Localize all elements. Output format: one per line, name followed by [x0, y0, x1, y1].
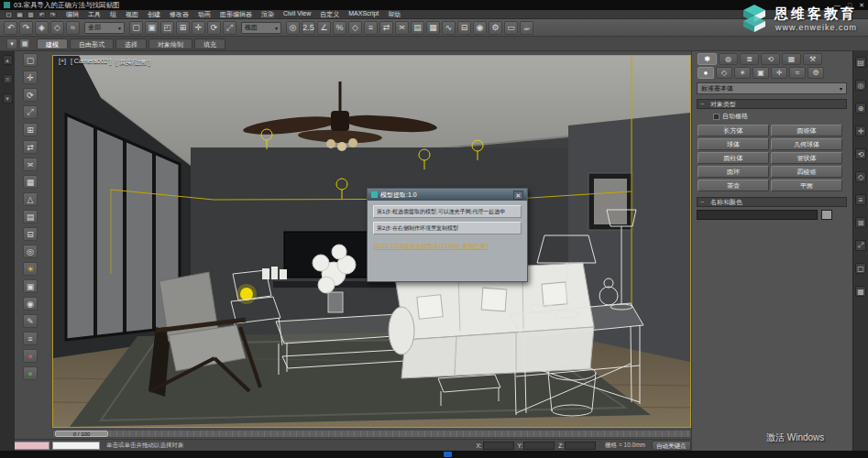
orbit-view-icon[interactable]: ⟲	[855, 148, 866, 159]
redo-icon[interactable]: ↷	[19, 21, 33, 35]
workspace-icon[interactable]: ▴	[3, 55, 13, 65]
menu-item-8[interactable]: 渲染	[257, 10, 279, 19]
menu-item-12[interactable]: 帮助	[383, 10, 405, 19]
primitive-button-2[interactable]: 球体	[698, 138, 769, 150]
menu-item-0[interactable]: 编辑	[61, 10, 83, 19]
walk-through-icon[interactable]: ≡	[855, 194, 866, 205]
select-object-icon[interactable]: ▢	[129, 21, 143, 35]
tab-utilities-icon[interactable]: ⚒	[803, 53, 822, 65]
named-selection-sets-icon[interactable]: ≡	[364, 21, 378, 35]
maximize-viewport-icon[interactable]: ⤢	[855, 240, 866, 251]
dialog-model-library-link[interactable]: (2015-2018版最全模型库(2100款,免费已发)	[373, 243, 522, 251]
schematic-view-icon[interactable]: ⊟	[457, 21, 471, 35]
tab-modify-icon[interactable]: ◍	[719, 53, 738, 65]
ribbon-pin-icon[interactable]: ▾	[6, 38, 17, 49]
align-tool-icon[interactable]: ≍	[23, 158, 38, 171]
coord-z-input[interactable]	[565, 442, 596, 450]
time-slider-handle[interactable]: 0 / 100	[55, 431, 108, 437]
bind-to-spacewarp-icon[interactable]: ≈	[66, 21, 80, 35]
viewport-shading-menu[interactable]: [ 真实/边面 ]	[115, 58, 150, 67]
snap-toggle-icon[interactable]: 2.5	[302, 21, 315, 35]
pan-view-icon[interactable]: ✛	[855, 125, 866, 136]
camera-tool-icon[interactable]: ▣	[23, 279, 38, 293]
selection-filter-select[interactable]: 全部 ▾	[84, 22, 125, 34]
reference-coordinate-select[interactable]: 视图 ▾	[241, 22, 281, 34]
menu-item-6[interactable]: 动画	[193, 10, 215, 19]
subtab-lights-icon[interactable]: ☀	[734, 67, 751, 79]
geometry-category-select[interactable]: 标准基本体 ▾	[697, 82, 847, 94]
rendered-frame-window-icon[interactable]: ▭	[504, 21, 518, 35]
primitive-button-8[interactable]: 茶壶	[698, 180, 769, 191]
subtab-spacewarps-icon[interactable]: ≈	[789, 67, 806, 79]
select-and-scale-icon[interactable]: ⤢	[223, 21, 236, 35]
subtab-systems-icon[interactable]: ⚙	[808, 67, 824, 79]
ribbon-toggle-icon[interactable]: ▦	[426, 21, 440, 35]
subtab-cameras-icon[interactable]: ▣	[753, 67, 769, 79]
layer-tool-icon[interactable]: ▤	[23, 210, 38, 224]
menu-item-5[interactable]: 修改器	[165, 10, 193, 19]
unlink-selection-icon[interactable]: ◇	[50, 21, 64, 35]
primitive-button-9[interactable]: 平面	[771, 180, 842, 191]
measure-tool-icon[interactable]: △	[23, 192, 38, 206]
subtab-geometry-icon[interactable]: ●	[698, 67, 714, 79]
grid-toggle-icon[interactable]: ▦	[855, 286, 866, 297]
viewport-general-menu[interactable]: [+]	[59, 58, 66, 67]
redo-icon[interactable]: ↷	[49, 11, 57, 18]
field-of-view-icon[interactable]: ◇	[855, 171, 866, 182]
timeline-track[interactable]: 0 / 100	[52, 430, 691, 438]
select-by-name-icon[interactable]: ▣	[145, 21, 159, 35]
ribbon-tab-4[interactable]: 填充	[194, 38, 225, 49]
windows-taskbar[interactable]	[0, 451, 868, 458]
safe-frame-icon[interactable]: ▢	[855, 263, 866, 274]
menu-item-7[interactable]: 图形编辑器	[215, 10, 257, 19]
script-tool-icon[interactable]: ≡	[23, 332, 38, 345]
menu-item-10[interactable]: 自定义	[315, 10, 344, 19]
rotate-tool-icon[interactable]: ⟳	[23, 88, 38, 102]
viewport-layout-icon[interactable]: ▤	[855, 57, 866, 68]
material-tool-icon[interactable]: ◉	[23, 297, 38, 311]
handle-icon[interactable]: ▾	[3, 93, 13, 104]
align-icon[interactable]: ≍	[395, 21, 409, 35]
snap-tool-icon[interactable]: ⊞	[23, 123, 38, 136]
ribbon-tab-1[interactable]: 自由形式	[70, 38, 114, 49]
select-and-link-icon[interactable]: ◈	[35, 21, 49, 35]
viewport-pov-menu[interactable]: [ Camera002 ]	[71, 58, 111, 67]
steering-wheel-icon[interactable]: ◎	[855, 80, 866, 91]
undo-icon[interactable]: ↶	[4, 21, 17, 35]
primitive-button-0[interactable]: 长方体	[698, 125, 769, 136]
select-tool-icon[interactable]: ▢	[23, 53, 38, 67]
selection-region-icon[interactable]: ◰	[160, 21, 174, 35]
zoom-region-icon[interactable]: ⊕	[855, 103, 866, 114]
menu-item-1[interactable]: 工具	[83, 10, 105, 19]
close-button[interactable]: ✕	[859, 2, 864, 9]
object-color-swatch[interactable]	[821, 210, 832, 220]
dialog-titlebar[interactable]: 模型提取:1.0 ✕	[368, 189, 527, 201]
menu-item-4[interactable]: 创建	[143, 10, 165, 19]
tab-hierarchy-icon[interactable]: ≣	[740, 53, 759, 65]
primitive-button-4[interactable]: 圆柱体	[698, 152, 769, 164]
tab-motion-icon[interactable]: ⟲	[761, 53, 780, 65]
dock-icon[interactable]: ≡	[3, 74, 13, 84]
dialog-close-button[interactable]: ✕	[513, 191, 523, 200]
subtab-shapes-icon[interactable]: ◇	[716, 67, 732, 79]
array-tool-icon[interactable]: ▦	[23, 175, 38, 189]
mirror-icon[interactable]: ⇄	[379, 21, 393, 35]
light-tool-icon[interactable]: ☀	[23, 262, 38, 276]
scale-tool-icon[interactable]: ⤢	[23, 105, 38, 119]
isolate-tool-icon[interactable]: ◎	[23, 245, 38, 258]
taskbar-app-icon[interactable]	[444, 452, 452, 457]
paint-tool-icon[interactable]: ✎	[23, 314, 38, 328]
percent-snap-icon[interactable]: %	[333, 21, 346, 35]
use-pivot-center-icon[interactable]: ◎	[286, 21, 300, 35]
dialog-step2-button[interactable]: 第2步:在右侧制作环境里复制模型	[373, 222, 522, 234]
angle-snap-icon[interactable]: ∠	[317, 21, 331, 35]
primitive-button-3[interactable]: 几何球体	[771, 138, 842, 150]
window-crossing-icon[interactable]: ⊞	[176, 21, 190, 35]
tab-display-icon[interactable]: ▦	[782, 53, 801, 65]
material-editor-icon[interactable]: ◉	[473, 21, 487, 35]
primitive-button-6[interactable]: 圆环	[698, 166, 769, 178]
save-file-icon[interactable]: ▥	[27, 11, 35, 18]
ribbon-tab-2[interactable]: 选择	[115, 38, 147, 49]
object-name-input[interactable]	[697, 210, 818, 220]
open-file-icon[interactable]: ▤	[16, 11, 24, 18]
